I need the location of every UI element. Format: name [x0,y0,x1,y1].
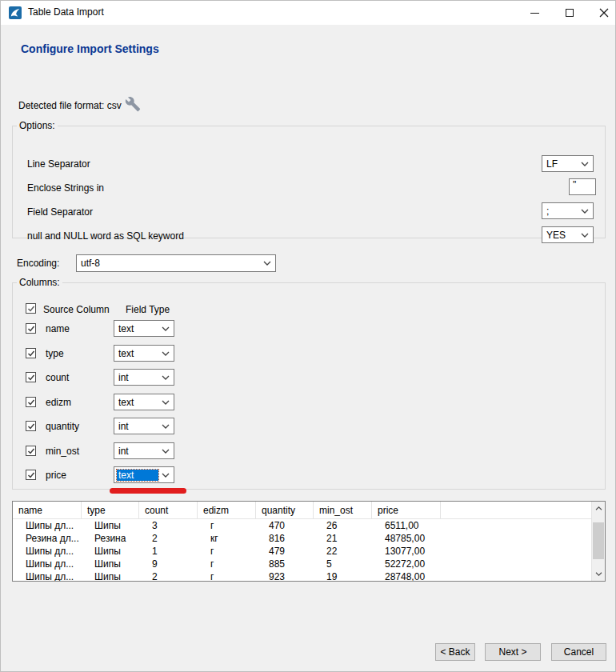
next-button[interactable]: Next > [485,643,541,661]
column-checkbox-price[interactable] [26,470,36,480]
cancel-button[interactable]: Cancel [551,643,606,661]
chevron-down-icon [162,423,170,430]
check-icon [27,398,35,406]
table-data-import-dialog: Table Data Import Configure Import Setti… [0,0,616,672]
chevron-down-icon [162,326,170,332]
column-label-min-ost: min_ost [46,446,79,457]
cell-type: Шипы [82,571,139,581]
column-checkbox-edizm[interactable] [26,397,36,407]
cell-count: 9 [139,558,198,570]
null-keyword-label: null and NULL word as SQL keyword [27,230,184,242]
minimize-button[interactable] [521,1,548,25]
detected-file-format-label: Detected file format: csv [18,100,122,111]
chevron-up-icon [595,506,602,511]
cell-type: Шипы [82,558,139,570]
cell-price: 52272,00 [372,558,441,570]
window-title: Table Data Import [28,6,104,18]
line-separator-label: Line Separator [27,158,90,170]
scrollbar-thumb[interactable] [593,522,604,559]
table-row: Резина дл... Резина 2 кг 816 21 48785,00 [13,532,591,545]
chevron-down-icon [595,571,602,577]
column-label-edizm: edizm [46,397,71,408]
column-checkbox-quantity[interactable] [26,421,36,431]
encoding-select[interactable]: utf-8 [76,254,276,272]
preview-header-count: count [139,502,198,518]
chevron-down-icon [162,472,170,478]
red-underline-annotation [110,488,186,494]
preview-header-type: type [82,502,139,518]
maximize-button[interactable] [556,1,583,25]
cell-min-ost: 21 [314,533,372,544]
chevron-down-icon [581,232,589,238]
check-icon [27,471,35,479]
column-label-count: count [46,372,69,383]
column-checkbox-name[interactable] [26,323,36,334]
scroll-down-button[interactable] [592,567,605,581]
column-checkbox-min-ost[interactable] [26,446,36,456]
field-type-select-count[interactable]: int [114,369,174,386]
cell-min-ost: 26 [314,520,372,531]
options-legend: Options: [17,120,58,131]
chevron-down-icon [162,448,170,454]
select-all-columns-checkbox[interactable] [26,303,36,314]
cell-edizm: г [198,571,256,581]
field-separator-select[interactable]: ; [542,202,594,219]
column-checkbox-count[interactable] [26,372,36,382]
preview-content: name type count edizm quantity min_ost p… [13,502,591,581]
vertical-scrollbar[interactable] [591,502,605,581]
field-type-select-min-ost[interactable]: int [114,442,174,459]
preview-header-edizm: edizm [198,502,256,518]
check-icon [27,374,35,382]
titlebar: Table Data Import [1,1,615,25]
cell-edizm: г [198,520,256,531]
cell-edizm: г [198,546,256,557]
line-separator-select[interactable]: LF [542,155,594,172]
cell-type: Шипы [82,520,139,531]
cell-name: Шипы дл... [13,520,82,531]
close-button[interactable] [591,1,616,25]
source-column-header: Source Column [43,304,110,315]
page-title: Configure Import Settings [21,42,159,55]
cell-price: 6511,00 [372,520,441,531]
mysql-workbench-icon [9,6,22,19]
check-icon [27,350,35,358]
columns-legend: Columns: [17,277,62,288]
preview-header-filler [441,502,591,518]
cell-min-ost: 5 [314,558,372,570]
preview-header-price: price [372,502,441,518]
cell-edizm: кг [198,533,256,544]
field-separator-label: Field Separator [27,206,93,218]
back-button[interactable]: < Back [435,643,475,661]
preview-header-row: name type count edizm quantity min_ost p… [13,502,591,519]
field-type-select-type[interactable]: text [114,345,174,362]
data-preview-table: name type count edizm quantity min_ost p… [12,501,606,582]
columns-group: Columns: Source Column Field Type name t… [12,277,606,490]
chevron-down-icon [581,208,589,214]
cell-quantity: 479 [256,546,314,557]
minimize-icon [530,13,539,14]
cell-type: Шипы [82,546,139,557]
scroll-up-button[interactable] [592,502,605,515]
wrench-icon[interactable] [125,96,141,112]
field-type-select-name[interactable]: text [114,320,174,337]
column-checkbox-type[interactable] [26,348,36,358]
check-icon [27,305,35,313]
enclose-strings-input[interactable] [569,178,596,195]
column-label-type: type [46,348,64,359]
column-label-price: price [46,470,66,481]
cell-price: 48785,00 [372,533,441,544]
table-row: Шипы дл... Шипы 1 г 479 22 13077,00 [13,545,591,558]
table-row: Шипы дл... Шипы 9 г 885 5 52272,00 [13,558,591,570]
cell-price: 28748,00 [372,571,441,581]
column-label-name: name [46,323,70,334]
field-type-select-price[interactable]: text [114,466,174,483]
cell-count: 2 [139,571,198,581]
check-icon [27,325,35,333]
cell-edizm: г [198,558,256,570]
chevron-down-icon [162,374,170,381]
null-keyword-select[interactable]: YES [542,226,594,243]
field-type-select-quantity[interactable]: int [114,418,174,434]
enclose-strings-label: Enclose Strings in [27,182,104,194]
cell-min-ost: 19 [314,571,372,581]
field-type-select-edizm[interactable]: text [114,394,174,410]
